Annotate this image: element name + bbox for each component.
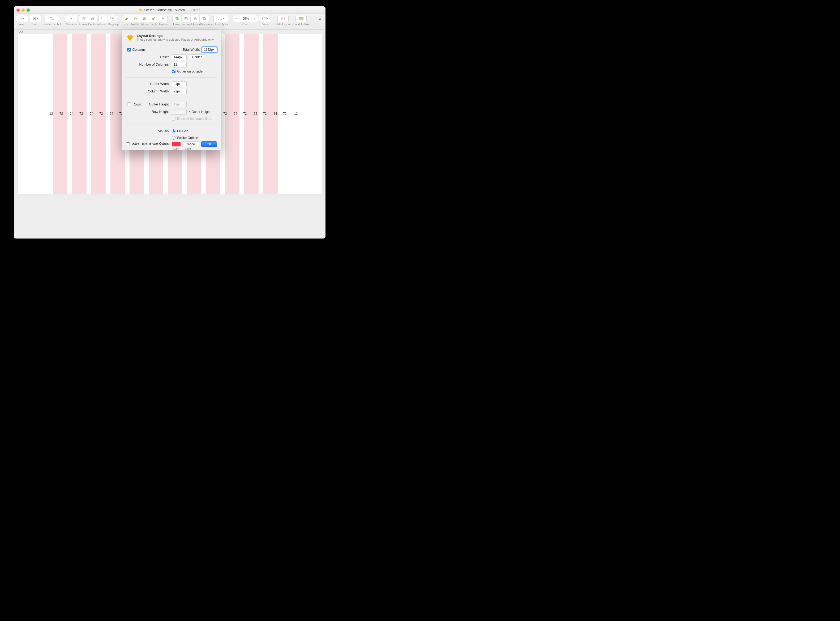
flatten-icon [161,17,165,20]
subtract-button[interactable] [181,15,190,22]
ungroup-button[interactable] [108,15,117,22]
insert-button[interactable]: +▾ [16,15,28,22]
artboard-label[interactable]: Grid [18,30,23,33]
minimize-window-button[interactable] [21,9,25,12]
svg-rect-15 [195,18,196,19]
svg-rect-12 [186,18,187,20]
scale-button[interactable] [149,15,158,22]
rotate-button[interactable] [131,15,140,22]
svg-rect-8 [111,17,113,19]
gutter-outside-checkbox[interactable] [172,70,175,73]
data-icon [32,17,37,20]
column-width-input[interactable] [172,89,187,94]
document-edited-status: — Edited [186,8,201,12]
zoom-out-button[interactable]: − [233,15,240,22]
stroke-outline-radio[interactable] [172,136,175,140]
scissors-button[interactable]: ✂ [65,15,77,22]
make-default-checkbox[interactable] [126,142,130,146]
pencil-icon [124,17,128,20]
offset-input[interactable] [172,55,187,60]
union-button[interactable] [172,15,181,22]
fill-grid-radio[interactable] [172,129,175,133]
view-icon [262,17,267,20]
mask-button[interactable] [140,15,149,22]
cancel-button[interactable]: Cancel [182,141,199,147]
window-title: Sketch-Course-V01.sketch — Edited [14,8,325,12]
toolbar: +▾ Insert ▾ Data Create Symbol ✂ Scissor… [14,14,325,30]
view-button[interactable]: ▾ [259,15,271,22]
forward-icon [82,17,86,20]
total-width-input[interactable] [202,47,217,53]
svg-point-2 [33,17,36,18]
svg-rect-6 [91,18,94,20]
rows-checkbox[interactable] [127,103,131,106]
svg-rect-16 [204,18,205,19]
close-window-button[interactable] [17,9,20,12]
ungroup-icon [110,17,114,20]
backward-button[interactable] [88,15,97,22]
scale-icon [152,17,155,20]
zoom-in-button[interactable]: + [251,15,258,22]
toolbar-overflow-button[interactable]: » [317,15,323,22]
edit-button[interactable] [122,15,131,22]
intersect-icon [193,17,197,20]
group-icon [101,17,105,20]
window-controls [17,9,30,12]
svg-rect-21 [284,17,285,20]
center-button[interactable]: Center [189,55,205,60]
create-symbol-button[interactable] [45,15,59,22]
sketch-app-icon [126,34,134,42]
round-to-pixel-icon [299,17,304,20]
gutter-height-input [172,102,187,107]
intersect-button[interactable] [190,15,199,22]
dialog-subtitle: These settings apply to selected Pages o… [137,38,215,41]
layout-columns-icon [281,17,286,20]
text-styles-icon: Aa [219,17,222,20]
difference-icon [202,17,206,20]
mask-icon [142,17,146,20]
svg-rect-23 [299,18,301,18]
document-name: Sketch-Course-V01.sketch [144,8,185,12]
zoom-window-button[interactable] [27,9,30,12]
create-symbol-icon [49,17,54,20]
gutter-width-input[interactable] [172,81,187,87]
group-button[interactable] [99,15,108,22]
svg-rect-20 [283,17,283,20]
layout-settings-dialog: Layout Settings These settings apply to … [122,30,221,150]
rotate-icon [133,17,137,20]
text-styles-button[interactable]: Aa▾ [214,15,228,22]
zoom-value[interactable]: 99% [240,17,251,20]
row-height-input [172,109,187,115]
titlebar: Sketch-Course-V01.sketch — Edited [14,6,325,14]
flatten-button[interactable] [158,15,167,22]
svg-rect-19 [281,17,282,20]
data-button[interactable]: ▾ [29,15,41,22]
svg-rect-7 [102,17,105,20]
columns-checkbox[interactable] [127,48,131,51]
svg-rect-4 [83,17,85,19]
ok-button[interactable]: OK [201,141,217,147]
forward-button[interactable] [79,15,88,22]
svg-rect-17 [263,17,266,20]
dialog-title: Layout Settings [137,34,215,38]
number-of-columns-input[interactable] [172,62,187,67]
draw-horizontal-lines-checkbox [172,117,175,121]
hide-layout-button[interactable] [278,15,288,22]
union-icon [175,17,179,20]
subtract-icon [184,17,188,20]
difference-button[interactable] [199,15,208,22]
svg-point-10 [143,17,146,20]
app-window: Sketch-Course-V01.sketch — Edited +▾ Ins… [14,6,325,239]
svg-rect-9 [112,18,114,20]
svg-rect-22 [299,17,303,20]
sketch-file-icon [139,8,142,12]
svg-rect-11 [152,18,154,20]
round-to-pixel-button[interactable] [296,15,307,22]
backward-icon [91,17,95,20]
zoom-control: − 99% + [233,15,258,22]
scissors-icon: ✂ [70,17,73,21]
